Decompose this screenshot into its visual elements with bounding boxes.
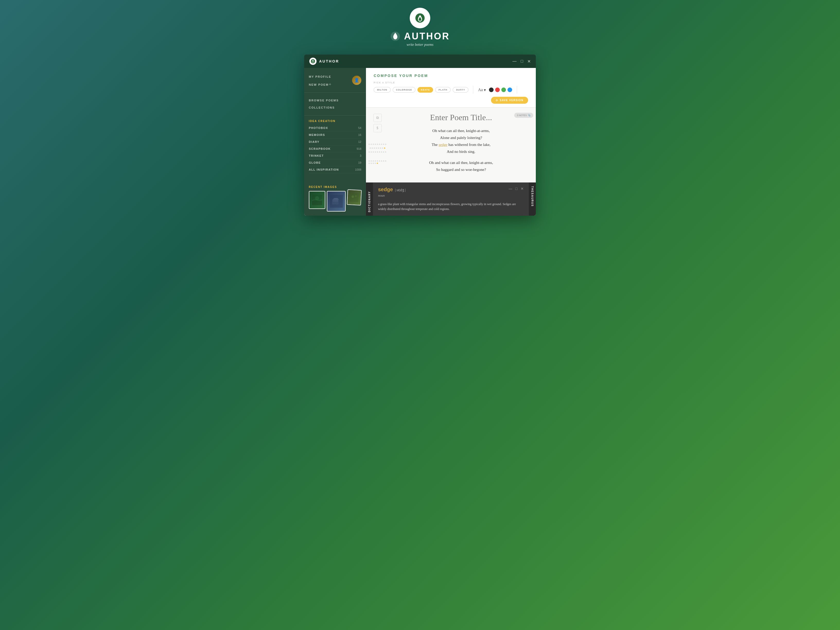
poem-main: 3 NOTES 📎 Oh what can ail thee, knight-a… [389, 113, 533, 177]
sidebar-section-idea-creation: IDEA CREATION [304, 115, 366, 125]
sidebar-nav: BROWSE POEMS COLLECTIONS [304, 93, 366, 115]
notes-icon: 📎 [528, 114, 531, 117]
profile-avatar[interactable]: 👤 [352, 76, 361, 85]
sidebar-item-diary[interactable]: DIARY 12 [309, 139, 361, 145]
notes-count: 3 NOTES [517, 114, 527, 117]
poem-stanza-2: Oh and what can ail thee, knight-at-arms… [389, 159, 533, 173]
sidebar-item-memoirs[interactable]: MEMOIRS 16 [309, 131, 361, 139]
dict-maximize-btn[interactable]: □ [515, 186, 518, 191]
svg-rect-5 [312, 201, 322, 205]
style-label: PICK A STYLE [374, 81, 528, 84]
color-dots [489, 87, 512, 92]
sidebar-bottom: RECENT IMAGES [304, 182, 366, 216]
style-milton[interactable]: MILTON [374, 87, 391, 93]
recent-images-label: RECENT IMAGES [309, 186, 361, 188]
brand-title-row: AUTHOR [390, 31, 450, 42]
close-button[interactable]: ✕ [527, 59, 531, 64]
poem-area: ⧉ $ ♪ [366, 107, 536, 182]
font-size-button[interactable]: Aa ▾ [478, 87, 486, 92]
dot-row-3 [368, 151, 386, 153]
dict-definition: a grass-like plant with triangular stems… [378, 202, 524, 212]
save-label: SAVE VERSION [500, 99, 523, 102]
color-dot-green[interactable] [501, 87, 506, 92]
sidebar-item-scrapbook[interactable]: SCRAPBOOK 918 [309, 145, 361, 152]
color-dot-red[interactable] [495, 87, 500, 92]
title-bar: AUTHOR — □ ✕ [304, 55, 536, 68]
dot-row-1 [368, 144, 386, 145]
dictionary-content: sedge | sɛdʒ | noun — □ ✕ a grass-like p… [373, 182, 529, 216]
svg-rect-8 [333, 200, 338, 202]
style-plath[interactable]: PLATH [435, 87, 451, 93]
thesaurus-tab[interactable]: THESAURUS [529, 182, 536, 216]
style-keats[interactable]: KEATS [417, 87, 433, 93]
color-dot-blue[interactable] [507, 87, 512, 92]
sidebar: MY PROFILE NEW POEM + 👤 BROWSE POEMS COL… [304, 68, 366, 216]
sidebar-image-3[interactable] [347, 189, 362, 205]
dot-row-2 [369, 147, 385, 149]
dot-row-group-2 [368, 160, 386, 164]
dict-minimize-btn[interactable]: — [509, 186, 512, 191]
poem-sidebar-icons: ⧉ $ ♪ [368, 113, 386, 177]
poem-line-3: The sedge has withered from the lake, [389, 141, 533, 148]
compose-toolbar: MILTON COLERIDGE KEATS PLATH DUFFY Aa ▾ [374, 86, 528, 104]
sidebar-item-globe[interactable]: GLOBE 19 [309, 159, 361, 166]
dict-controls: — □ ✕ [509, 186, 524, 191]
compose-header: COMPOSE YOUR POEM PICK A STYLE MILTON CO… [366, 68, 536, 107]
main-content: MY PROFILE NEW POEM + 👤 BROWSE POEMS COL… [304, 68, 536, 216]
poem-line-2: Alone and palely loitering? [389, 134, 533, 141]
compose-title: COMPOSE YOUR POEM [374, 74, 528, 78]
title-bar-name: AUTHOR [319, 59, 339, 63]
poem-line-5: Oh and what can ail thee, knight-at-arms… [389, 159, 533, 166]
poem-line-4: And no birds sing. [389, 148, 533, 155]
title-bar-logo [309, 58, 317, 65]
app-window: AUTHOR — □ ✕ MY PROFILE NEW POEM + 👤 [304, 55, 536, 216]
sidebar-item-new-poem[interactable]: NEW POEM [309, 83, 328, 86]
dollar-icon-box[interactable]: $ [373, 124, 382, 132]
dictionary-tab[interactable]: DICTIONARY [366, 182, 373, 216]
right-panel: COMPOSE YOUR POEM PICK A STYLE MILTON CO… [366, 68, 536, 216]
poem-line-6: So haggard and so woe-begone? [389, 166, 533, 173]
save-icon: ⊙ [496, 99, 498, 102]
brand-subtitle: write better poems [407, 43, 433, 47]
style-coleridge[interactable]: COLERIDGE [393, 87, 415, 93]
dict-close-btn[interactable]: ✕ [521, 186, 524, 191]
title-bar-controls: — □ ✕ [512, 59, 531, 64]
dict-pos: noun [378, 194, 406, 197]
notes-badge[interactable]: 3 NOTES 📎 [514, 113, 533, 118]
sidebar-images [309, 191, 361, 212]
sidebar-item-trinket[interactable]: TRINKET 3 [309, 152, 361, 159]
poem-title-input[interactable] [389, 113, 533, 122]
title-bar-left: AUTHOR [309, 58, 339, 65]
dict-word-row: sedge | sɛdʒ | [378, 186, 406, 193]
font-arrow: ▾ [484, 87, 486, 92]
svg-rect-10 [349, 193, 359, 202]
music-icon: ♪ [377, 136, 378, 141]
font-label: Aa [478, 87, 483, 92]
sidebar-item-photobox[interactable]: PHOTOBOX 54 [309, 125, 361, 131]
brand-title: AUTHOR [404, 31, 450, 42]
sidebar-image-2[interactable] [327, 191, 346, 212]
style-duffy[interactable]: DUFFY [453, 87, 468, 93]
minimize-button[interactable]: — [512, 59, 516, 63]
poem-stanza-1: Oh what can ail thee, knight-at-arms, Al… [389, 127, 533, 155]
style-pills: MILTON COLERIDGE KEATS PLATH DUFFY [374, 87, 468, 93]
dict-word: sedge [378, 186, 393, 193]
sidebar-image-1[interactable] [309, 191, 325, 209]
dict-pronunciation: | sɛdʒ | [395, 188, 406, 192]
new-poem-plus[interactable]: + [328, 82, 331, 87]
sidebar-item-my-profile[interactable]: MY PROFILE [309, 73, 331, 80]
highlighted-word-sedge[interactable]: sedge [439, 142, 447, 147]
sidebar-list: PHOTOBOX 54 MEMOIRS 16 DIARY 12 SCRAPBOO… [304, 125, 366, 173]
save-version-button[interactable]: ⊙ SAVE VERSION [491, 97, 528, 104]
brand-logo [410, 8, 430, 28]
color-dot-black[interactable] [489, 87, 494, 92]
poem-line-1: Oh what can ail thee, knight-at-arms, [389, 127, 533, 134]
sidebar-item-all-inspiration[interactable]: ALL INSPIRATION 1008 [309, 166, 361, 173]
copy-icon-box[interactable]: ⧉ [373, 114, 382, 122]
sidebar-item-browse[interactable]: BROWSE POEMS [309, 97, 361, 104]
sidebar-item-collections[interactable]: COLLECTIONS [309, 104, 361, 111]
maximize-button[interactable]: □ [521, 59, 523, 63]
dictionary-panel: DICTIONARY sedge | sɛdʒ | noun — □ [366, 182, 536, 216]
brand-header: AUTHOR write better poems [390, 8, 450, 47]
dot-row-5 [368, 163, 386, 164]
